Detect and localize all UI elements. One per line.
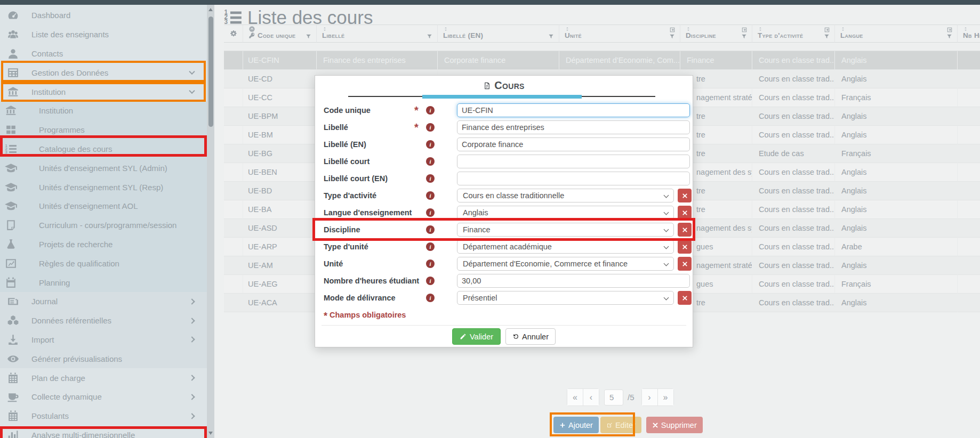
sidebar-item-label: Programmes (39, 125, 85, 134)
sidebar-item-institution[interactable]: Institution (0, 101, 207, 120)
info-icon[interactable]: i (426, 277, 435, 285)
info-icon[interactable]: i (426, 140, 435, 149)
column-header-code-unique[interactable]: Code unique (243, 25, 316, 43)
type-unite-select[interactable]: Département académique (457, 240, 674, 254)
filter-icon[interactable] (669, 34, 675, 39)
clear-field-button[interactable] (678, 206, 692, 220)
sidebar-item-plan-de-charge[interactable]: Plan de charge (0, 368, 207, 387)
add-button[interactable]: Ajouter (553, 417, 599, 433)
sidebar-item-regles-qualification[interactable]: Règles de qualification (0, 254, 207, 273)
prev-page-button[interactable]: ‹ (583, 388, 599, 406)
page-number-input[interactable] (604, 390, 623, 405)
sidebar-item-curriculum[interactable]: Curriculum - cours/programme/session (0, 216, 207, 235)
last-page-button[interactable]: » (657, 388, 674, 406)
libelle-en-input[interactable] (457, 137, 690, 151)
sidebar-item-projets-recherche[interactable]: Projets de recherche (0, 235, 207, 254)
column-settings-header[interactable] (224, 25, 243, 43)
info-icon[interactable]: i (426, 191, 435, 200)
chevron-down-icon (664, 210, 669, 215)
filter-icon[interactable] (946, 34, 952, 39)
column-header-libelle[interactable]: Libellé (316, 25, 437, 43)
validate-button[interactable]: Valider (452, 328, 501, 345)
clear-field-button[interactable] (678, 257, 692, 271)
lookup-icon[interactable] (824, 27, 830, 33)
libelle-court-en-input[interactable] (457, 172, 690, 185)
sidebar-item-institution-group[interactable]: Institution (0, 82, 207, 101)
sidebar-item-analyse-multidimensionnelle[interactable]: Analyse multi-dimensionnelle (0, 426, 207, 438)
info-icon[interactable]: i (426, 157, 435, 166)
calendar-icon (4, 276, 18, 289)
sidebar-item-label: Liste des enseignants (31, 30, 109, 39)
sidebar-item-donnees-referentielles[interactable]: Données référentielles (0, 311, 207, 330)
discipline-select[interactable]: Finance (457, 223, 674, 237)
info-icon[interactable]: i (426, 259, 435, 268)
info-icon[interactable]: i (426, 174, 435, 183)
modal-divider (322, 325, 686, 326)
sidebar-item-collecte-dynamique[interactable]: Collecte dynamique (0, 387, 207, 407)
mode-delivrance-select[interactable]: Présentiel (457, 291, 674, 305)
sidebar-item-planning[interactable]: Planning (0, 273, 207, 292)
sidebar-item-journal[interactable]: Journal (0, 292, 207, 311)
sidebar-item-ue-syl-admin[interactable]: Unités d'enseignement SYL (Admin) (0, 158, 207, 177)
code-unique-input[interactable] (457, 103, 690, 117)
sidebar-item-catalogue-cours[interactable]: Catalogue des cours (0, 140, 207, 159)
info-icon[interactable]: i (426, 225, 435, 234)
next-page-button[interactable]: › (641, 388, 658, 406)
edit-button[interactable]: Editer (600, 417, 641, 433)
filter-icon[interactable] (741, 34, 747, 39)
column-header-type-activite[interactable]: Type d'activité (752, 25, 834, 43)
delete-button[interactable]: Supprimer (646, 417, 703, 433)
sidebar-item-contacts[interactable]: Contacts (0, 44, 207, 63)
info-icon[interactable]: i (426, 123, 435, 132)
column-header-discipline[interactable]: Discipline (680, 25, 752, 43)
clear-field-button[interactable] (678, 240, 692, 254)
lookup-icon[interactable] (946, 27, 953, 33)
scroll-down-icon[interactable] (208, 432, 213, 435)
required-asterisk: * (414, 105, 419, 116)
sidebar-item-label: Import (31, 335, 54, 344)
nombre-heures-input[interactable] (457, 274, 690, 288)
clear-field-button[interactable] (678, 223, 692, 237)
column-header-unite[interactable]: Unité (559, 25, 680, 43)
sidebar-item-programmes[interactable]: Programmes (0, 120, 207, 140)
filter-icon[interactable] (548, 34, 554, 39)
libelle-input[interactable] (457, 120, 690, 134)
clear-field-button[interactable] (678, 189, 692, 202)
filter-icon[interactable] (824, 34, 830, 39)
pagination-group-prev: « ‹ (567, 388, 599, 406)
type-activite-select[interactable]: Cours en classe traditionnelle (457, 189, 674, 202)
langue-enseignement-select[interactable]: Anglais (457, 206, 674, 220)
sidebar-item-label: Dashboard (31, 11, 70, 20)
info-icon[interactable]: i (426, 106, 435, 115)
sidebar-item-ue-aol[interactable]: Unités d'enseignement AOL (0, 197, 207, 216)
graduation-cap-icon (4, 181, 18, 194)
column-header-libelle-en[interactable]: Libellé (EN) (437, 25, 559, 43)
table-actions: Ajouter Editer Supprimer (553, 417, 703, 433)
lookup-icon[interactable] (669, 27, 676, 33)
lookup-icon[interactable] (741, 27, 748, 33)
first-page-button[interactable]: « (567, 388, 583, 406)
filter-icon[interactable] (306, 34, 311, 39)
sidebar-item-import[interactable]: Import (0, 330, 207, 350)
sidebar-item-postulants[interactable]: Postulants (0, 407, 207, 426)
sidebar-scrollbar[interactable] (207, 5, 214, 438)
info-icon[interactable]: i (426, 294, 435, 302)
info-icon[interactable]: i (426, 242, 435, 251)
libelle-court-input[interactable] (457, 155, 690, 168)
clear-field-button[interactable] (678, 291, 692, 305)
column-header-langue[interactable]: Langue (834, 25, 957, 43)
sidebar-item-gestion-donnees[interactable]: Gestion des Données (0, 63, 207, 82)
filter-icon[interactable] (427, 34, 432, 39)
column-header-nb-heures[interactable]: Nb He (957, 25, 980, 43)
sidebar-item-ue-syl-resp[interactable]: Unités d'enseignement SYL (Resp) (0, 177, 207, 197)
cancel-button[interactable]: Annuler (505, 328, 556, 345)
undo-icon (512, 333, 519, 340)
sidebar-item-liste-enseignants[interactable]: Liste des enseignants (0, 25, 207, 44)
file-icon (4, 218, 18, 232)
sidebar-scrollbar-thumb[interactable] (208, 17, 213, 127)
unite-select[interactable]: Département d'Economie, Commerce et fina… (457, 257, 674, 271)
sidebar-item-generer-previsualisations[interactable]: Générer prévisualisations (0, 349, 207, 368)
info-icon[interactable]: i (426, 208, 435, 217)
scroll-up-icon[interactable] (208, 8, 213, 11)
sidebar-item-dashboard[interactable]: Dashboard (0, 6, 207, 25)
